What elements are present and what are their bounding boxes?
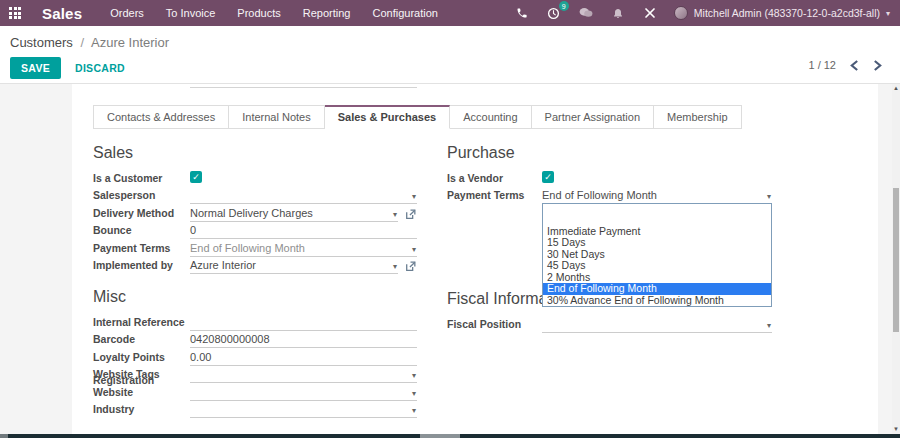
- field-row-industry: Industry ▾: [93, 401, 417, 419]
- dropdown-caret-icon[interactable]: ▾: [412, 406, 416, 415]
- app-title[interactable]: Sales: [42, 5, 82, 22]
- form-sheet: Contacts & Addresses Internal Notes Sale…: [72, 84, 878, 438]
- save-button[interactable]: SAVE: [10, 57, 61, 79]
- industry-label: Industry: [93, 403, 190, 418]
- dropdown-caret-icon[interactable]: ▾: [393, 210, 397, 219]
- tab-sales-purchases[interactable]: Sales & Purchases: [325, 105, 450, 129]
- dropdown-option[interactable]: 30 Net Days: [543, 249, 771, 261]
- dropdown-option[interactable]: 30% Advance End of Following Month: [543, 295, 771, 307]
- menu-orders[interactable]: Orders: [110, 7, 144, 19]
- discard-button[interactable]: DISCARD: [75, 62, 125, 74]
- field-row-registration-website: Registration Website ▾: [93, 383, 417, 401]
- dropdown-caret-icon[interactable]: ▾: [412, 192, 416, 201]
- loyalty-points-label: Loyalty Points: [93, 351, 190, 366]
- check-icon: ✓: [192, 172, 200, 182]
- dropdown-option[interactable]: 2 Months: [543, 272, 771, 284]
- delivery-method-label: Delivery Method: [93, 207, 190, 222]
- cutoff-field-underline: [190, 87, 417, 88]
- breadcrumb-separator: /: [80, 35, 84, 50]
- phone-icon[interactable]: [514, 5, 530, 21]
- external-link-icon[interactable]: [404, 259, 417, 272]
- dropdown-caret-icon[interactable]: ▾: [412, 371, 416, 380]
- bounce-label: Bounce: [93, 224, 190, 239]
- apps-grid-icon: [9, 7, 21, 19]
- breadcrumb-customers-link[interactable]: Customers: [10, 35, 73, 50]
- record-pager: 1 / 12: [808, 59, 882, 71]
- activity-count-badge: 9: [559, 1, 569, 11]
- fiscal-position-select[interactable]: ▾: [542, 318, 772, 333]
- dropdown-caret-icon[interactable]: ▾: [412, 389, 416, 398]
- tools-icon[interactable]: [642, 5, 658, 21]
- industry-input[interactable]: ▾: [190, 403, 417, 418]
- dropdown-option[interactable]: 45 Days: [543, 260, 771, 272]
- external-link-icon[interactable]: [404, 207, 417, 220]
- field-row-is-customer: Is a Customer ✓: [93, 169, 417, 187]
- menu-reporting[interactable]: Reporting: [303, 7, 351, 19]
- control-panel: Customers / Azure Interior SAVE DISCARD …: [0, 26, 900, 84]
- tab-partner-assignation[interactable]: Partner Assignation: [532, 105, 654, 129]
- sales-payment-terms-select[interactable]: End of Following Month▾: [190, 242, 417, 257]
- registration-website-select[interactable]: ▾: [190, 386, 417, 401]
- tab-membership[interactable]: Membership: [654, 105, 742, 129]
- registration-website-label: Registration Website: [93, 374, 190, 401]
- dropdown-caret-icon[interactable]: ▾: [767, 321, 771, 330]
- pager-next-button[interactable]: [873, 60, 882, 71]
- menu-products[interactable]: Products: [237, 7, 280, 19]
- scrollbar-thumb[interactable]: [893, 188, 899, 332]
- field-row-internal-reference: Internal Reference: [93, 313, 417, 331]
- taskbar-sliver: [0, 434, 900, 438]
- is-customer-checkbox[interactable]: ✓: [190, 171, 202, 183]
- tab-contacts-addresses[interactable]: Contacts & Addresses: [93, 105, 229, 129]
- implemented-by-input[interactable]: Azure Interior▾: [190, 259, 398, 274]
- user-name: Mitchell Admin (483370-12-0-a2cd3f-all): [694, 7, 880, 19]
- internal-reference-input[interactable]: [190, 316, 417, 331]
- field-row-is-vendor: Is a Vendor ✓: [447, 169, 772, 187]
- field-row-implemented-by: Implemented by Azure Interior▾: [93, 257, 417, 275]
- website-tags-input[interactable]: ▾: [190, 368, 417, 383]
- topbar-systray: 9 Mitchell Admin (483370-12-0-a2cd3f-all…: [514, 5, 900, 21]
- scrollbar-up-arrow[interactable]: ▲: [892, 84, 900, 92]
- breadcrumb-current: Azure Interior: [91, 35, 169, 50]
- dropdown-option-blank[interactable]: [543, 214, 771, 226]
- tab-accounting[interactable]: Accounting: [450, 105, 531, 129]
- user-menu[interactable]: Mitchell Admin (483370-12-0-a2cd3f-all) …: [674, 6, 890, 20]
- misc-group: Misc Internal Reference Barcode 04208000…: [93, 288, 417, 418]
- scrollbar-down-arrow[interactable]: ▼: [892, 425, 900, 433]
- taskbar-segment: [420, 434, 460, 438]
- activity-clock-icon[interactable]: 9: [546, 5, 562, 21]
- loyalty-points-input[interactable]: 0.00: [190, 351, 417, 366]
- internal-reference-label: Internal Reference: [93, 316, 190, 331]
- pager-count: 1 / 12: [808, 59, 836, 71]
- purchase-payment-terms-label: Payment Terms: [447, 189, 542, 204]
- fiscal-position-label: Fiscal Position: [447, 318, 542, 333]
- pager-previous-button[interactable]: [850, 60, 859, 71]
- notebook-tabs: Contacts & Addresses Internal Notes Sale…: [93, 105, 742, 129]
- field-row-sales-payment-terms: Payment Terms End of Following Month▾: [93, 239, 417, 257]
- purchase-heading: Purchase: [447, 144, 772, 162]
- menu-to-invoice[interactable]: To Invoice: [166, 7, 216, 19]
- chevron-right-icon: [873, 60, 882, 71]
- dropdown-option[interactable]: Immediate Payment: [543, 226, 771, 238]
- field-row-loyalty-points: Loyalty Points 0.00: [93, 348, 417, 366]
- main-menu: Orders To Invoice Products Reporting Con…: [110, 7, 438, 19]
- dropdown-option[interactable]: 15 Days: [543, 237, 771, 249]
- purchase-payment-terms-select[interactable]: End of Following Month▾: [542, 189, 772, 204]
- dropdown-caret-icon[interactable]: ▾: [767, 192, 771, 201]
- chevron-left-icon: [850, 60, 859, 71]
- is-vendor-checkbox[interactable]: ✓: [542, 171, 554, 183]
- bell-icon[interactable]: [610, 5, 626, 21]
- user-avatar: [674, 6, 688, 20]
- dropdown-option-selected[interactable]: End of Following Month: [543, 283, 771, 295]
- breadcrumb: Customers / Azure Interior: [10, 35, 169, 50]
- delivery-method-input[interactable]: Normal Delivery Charges▾: [190, 207, 398, 222]
- barcode-input[interactable]: 0420800000008: [190, 333, 417, 348]
- dropdown-caret-icon[interactable]: ▾: [393, 262, 397, 271]
- messages-icon[interactable]: [578, 5, 594, 21]
- menu-configuration[interactable]: Configuration: [372, 7, 437, 19]
- salesperson-input[interactable]: ▾: [190, 189, 417, 204]
- apps-menu-button[interactable]: [0, 0, 30, 26]
- dropdown-caret-icon[interactable]: ▾: [412, 245, 416, 254]
- bounce-input[interactable]: 0: [190, 224, 417, 239]
- is-vendor-label: Is a Vendor: [447, 172, 542, 187]
- tab-internal-notes[interactable]: Internal Notes: [229, 105, 324, 129]
